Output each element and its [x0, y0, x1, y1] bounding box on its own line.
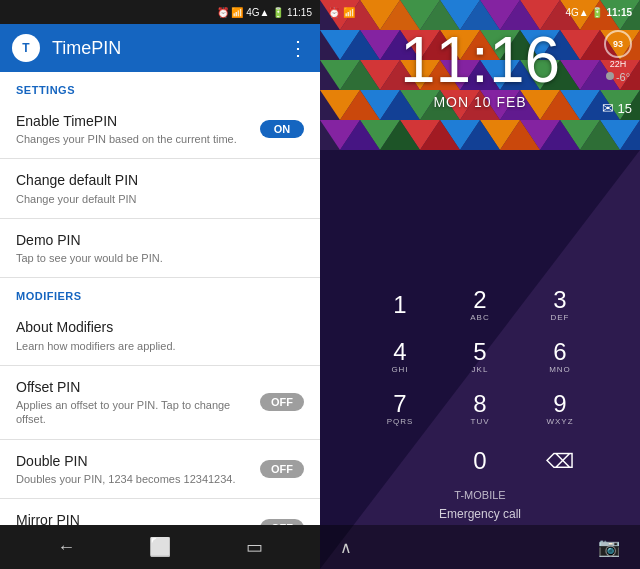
key-8[interactable]: 8 TUV — [440, 383, 520, 435]
setting-desc-offset: Applies an offset to your PIN. Tap to ch… — [16, 398, 252, 427]
status-time-right: 11:15 — [606, 7, 632, 18]
setting-item-about-modifiers[interactable]: About Modifiers Learn how modifiers are … — [0, 306, 320, 365]
setting-title-offset: Offset PIN — [16, 378, 252, 396]
setting-item-double-pin[interactable]: Double PIN Doubles your PIN, 1234 become… — [0, 440, 320, 499]
nav-up-button[interactable]: ∧ — [340, 538, 352, 557]
key-5[interactable]: 5 JKL — [440, 331, 520, 383]
key-0[interactable]: 0 — [440, 435, 520, 487]
back-button[interactable]: ← — [57, 537, 75, 558]
section-header-settings: SETTINGS — [0, 72, 320, 100]
key-2[interactable]: 2 ABC — [440, 279, 520, 331]
settings-content: SETTINGS Enable TimePIN Changes your PIN… — [0, 72, 320, 525]
status-bar-left: ⏰ 📶 4G▲ 🔋 11:15 — [0, 0, 320, 24]
setting-item-change-pin[interactable]: Change default PIN Change your default P… — [0, 159, 320, 218]
keypad-row-4: 0 ⌫ — [320, 435, 640, 487]
setting-desc-double: Doubles your PIN, 1234 becomes 12341234. — [16, 472, 252, 486]
key-1[interactable]: 1 — [360, 279, 440, 331]
keypad-row-2: 4 GHI 5 JKL 6 MNO — [320, 331, 640, 383]
setting-title-demo: Demo PIN — [16, 231, 296, 249]
keypad-row-1: 1 2 ABC 3 DEF — [320, 279, 640, 331]
setting-title-mirror: Mirror PIN — [16, 511, 252, 525]
carrier-label: T-MOBILE — [320, 487, 640, 505]
status-icons-right-side: 4G▲ 🔋 11:15 — [565, 7, 632, 18]
email-badge: ✉ 15 — [602, 100, 632, 116]
email-count: 15 — [618, 101, 632, 116]
status-icons-left-side: ⏰ 📶 — [328, 7, 355, 18]
key-4[interactable]: 4 GHI — [360, 331, 440, 383]
weather-hour: 22H — [610, 59, 627, 69]
backspace-icon: ⌫ — [546, 449, 574, 473]
setting-desc-change-pin: Change your default PIN — [16, 192, 296, 206]
clock-area: 11:16 MON 10 FEB — [320, 28, 640, 110]
section-header-modifiers: MODIFIERS — [0, 278, 320, 306]
setting-desc-enable: Changes your PIN based on the current ti… — [16, 132, 252, 146]
setting-title-change-pin: Change default PIN — [16, 171, 296, 189]
key-9[interactable]: 9 WXYZ — [520, 383, 600, 435]
left-panel: ⏰ 📶 4G▲ 🔋 11:15 T TimePIN ⋮ SETTINGS Ena… — [0, 0, 320, 569]
nav-bar-left: ← ⬜ ▭ — [0, 525, 320, 569]
keypad-row-3: 7 PQRS 8 TUV 9 WXYZ — [320, 383, 640, 435]
toggle-enable-timepin[interactable]: ON — [260, 120, 304, 138]
key-3[interactable]: 3 DEF — [520, 279, 600, 331]
nav-bar-right: ∧ 📷 — [320, 525, 640, 569]
recents-button[interactable]: ▭ — [246, 536, 263, 558]
keypad-area: 1 2 ABC 3 DEF 4 GHI 5 JKL 6 — [320, 279, 640, 525]
weather-circle: 93 — [604, 30, 632, 58]
emergency-call-button[interactable]: Emergency call — [320, 505, 640, 525]
toggle-double-pin[interactable]: OFF — [260, 460, 304, 478]
status-bar-right: ⏰ 📶 4G▲ 🔋 11:15 — [320, 0, 640, 24]
email-icon: ✉ — [602, 100, 614, 116]
key-6[interactable]: 6 MNO — [520, 331, 600, 383]
setting-title-enable: Enable TimePIN — [16, 112, 252, 130]
clock-date: MON 10 FEB — [433, 94, 526, 110]
overflow-menu-icon[interactable]: ⋮ — [288, 36, 308, 60]
setting-item-enable-timepin[interactable]: Enable TimePIN Changes your PIN based on… — [0, 100, 320, 159]
setting-item-demo-pin[interactable]: Demo PIN Tap to see your would be PIN. — [0, 219, 320, 278]
toggle-offset-pin[interactable]: OFF — [260, 393, 304, 411]
app-title: TimePIN — [52, 38, 276, 59]
setting-desc-about: Learn how modifiers are applied. — [16, 339, 296, 353]
camera-button[interactable]: 📷 — [598, 536, 620, 558]
setting-desc-demo: Tap to see your would be PIN. — [16, 251, 296, 265]
key-7[interactable]: 7 PQRS — [360, 383, 440, 435]
setting-title-about: About Modifiers — [16, 318, 296, 336]
app-toolbar: T TimePIN ⋮ — [0, 24, 320, 72]
clock-time: 11:16 — [400, 28, 560, 92]
backspace-button[interactable]: ⌫ — [520, 435, 600, 487]
setting-title-double: Double PIN — [16, 452, 252, 470]
home-button[interactable]: ⬜ — [149, 536, 171, 558]
weather-widget: 93 22H -6° — [604, 30, 632, 83]
app-icon: T — [12, 34, 40, 62]
setting-item-mirror-pin[interactable]: Mirror PIN Mirrors your PIN, 1234... OFF — [0, 499, 320, 525]
weather-temp: -6° — [616, 71, 630, 83]
status-icons-left: ⏰ 📶 4G▲ 🔋 11:15 — [217, 7, 312, 18]
key-empty — [360, 435, 440, 487]
weather-dot — [606, 72, 614, 80]
right-panel: ⏰ 📶 4G▲ 🔋 11:15 93 22H -6° 11:16 MON 10 … — [320, 0, 640, 569]
setting-item-offset-pin[interactable]: Offset PIN Applies an offset to your PIN… — [0, 366, 320, 440]
